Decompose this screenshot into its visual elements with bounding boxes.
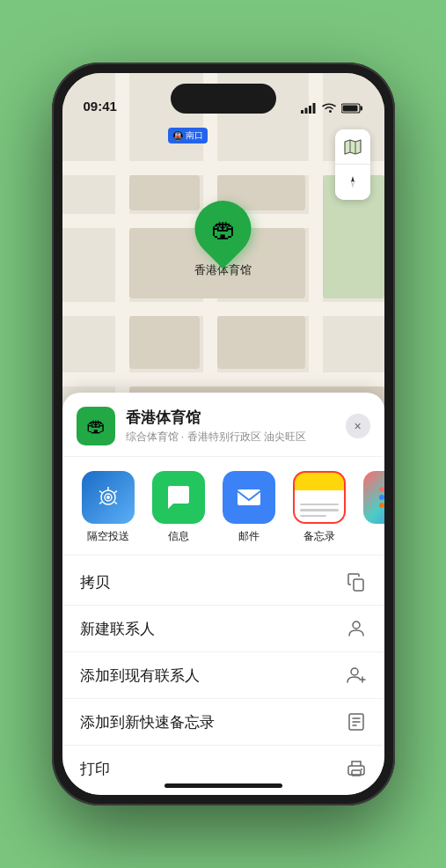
home-indicator bbox=[165, 783, 282, 788]
airdrop-label: 隔空投送 bbox=[87, 529, 129, 544]
venue-subtitle: 综合体育馆 · 香港特别行政区 油尖旺区 bbox=[126, 430, 346, 445]
map-block bbox=[129, 316, 200, 369]
action-list: 拷贝 新建联系人 添加到现有联系人 bbox=[62, 555, 384, 795]
person-add-icon bbox=[346, 665, 367, 686]
dot-orange bbox=[379, 503, 384, 508]
svg-line-10 bbox=[113, 491, 116, 493]
dot-red bbox=[379, 487, 384, 492]
svg-line-11 bbox=[99, 491, 102, 493]
action-copy[interactable]: 拷贝 bbox=[62, 559, 384, 606]
person-icon bbox=[346, 618, 367, 639]
action-add-contact[interactable]: 添加到现有联系人 bbox=[62, 652, 384, 699]
map-controls[interactable] bbox=[335, 129, 370, 200]
bottom-sheet: 🏟 香港体育馆 综合体育馆 · 香港特别行政区 油尖旺区 × bbox=[62, 393, 384, 795]
map-block bbox=[129, 175, 200, 210]
svg-rect-1 bbox=[304, 108, 307, 114]
svg-rect-6 bbox=[342, 106, 357, 112]
location-button[interactable] bbox=[335, 165, 370, 200]
status-time: 09:41 bbox=[84, 99, 117, 114]
phone-screen: 09:41 bbox=[62, 73, 384, 795]
svg-line-12 bbox=[113, 502, 116, 504]
svg-rect-16 bbox=[354, 579, 363, 591]
map-road bbox=[62, 372, 384, 386]
map-road bbox=[62, 302, 384, 316]
message-icon bbox=[152, 471, 205, 524]
status-icons bbox=[301, 103, 363, 114]
more-dots bbox=[376, 483, 384, 511]
svg-point-14 bbox=[106, 496, 110, 499]
action-quick-note[interactable]: 添加到新快速备忘录 bbox=[62, 699, 384, 746]
print-icon bbox=[346, 758, 367, 779]
notes-line-1 bbox=[300, 504, 339, 506]
map-south-icon: 🚇 bbox=[172, 131, 183, 141]
pin-circle: 🏟 bbox=[183, 189, 263, 269]
signal-icon bbox=[301, 103, 317, 114]
action-new-contact[interactable]: 新建联系人 bbox=[62, 606, 384, 652]
map-block bbox=[217, 316, 305, 369]
location-pin: 🏟 香港体育馆 bbox=[194, 201, 252, 278]
share-item-mail[interactable]: 邮件 bbox=[217, 471, 281, 544]
venue-info: 香港体育馆 综合体育馆 · 香港特别行政区 油尖旺区 bbox=[126, 408, 346, 445]
share-item-notes[interactable]: 备忘录 bbox=[288, 471, 351, 544]
airdrop-svg bbox=[94, 483, 122, 511]
note-icon bbox=[346, 711, 367, 732]
battery-icon bbox=[341, 103, 363, 114]
more-dot-row-1 bbox=[379, 487, 384, 492]
more-icon bbox=[363, 471, 384, 524]
notes-icon bbox=[293, 471, 346, 524]
compass-icon bbox=[345, 174, 361, 190]
dot-blue bbox=[379, 495, 384, 500]
message-svg bbox=[164, 482, 194, 512]
venue-header: 🏟 香港体育馆 综合体育馆 · 香港特别行政区 油尖旺区 × bbox=[62, 393, 384, 457]
svg-point-17 bbox=[353, 622, 360, 629]
copy-icon bbox=[346, 571, 367, 592]
wifi-icon bbox=[322, 103, 336, 114]
svg-line-13 bbox=[99, 502, 102, 504]
message-label: 信息 bbox=[168, 529, 189, 544]
close-button[interactable]: × bbox=[346, 414, 370, 438]
share-row: 隔空投送 信息 bbox=[62, 457, 384, 555]
mail-icon bbox=[223, 471, 275, 524]
airdrop-icon bbox=[82, 471, 135, 524]
mail-label: 邮件 bbox=[238, 529, 260, 544]
action-print-label: 打印 bbox=[80, 759, 110, 779]
pin-icon: 🏟 bbox=[211, 215, 236, 244]
notes-lines bbox=[295, 473, 344, 522]
notes-label: 备忘录 bbox=[303, 529, 335, 544]
svg-point-22 bbox=[361, 769, 362, 770]
svg-rect-5 bbox=[360, 107, 362, 111]
action-copy-label: 拷贝 bbox=[80, 572, 110, 592]
map-south-label: 🚇 南口 bbox=[168, 128, 208, 143]
venue-name: 香港体育馆 bbox=[126, 408, 346, 428]
action-quick-note-label: 添加到新快速备忘录 bbox=[80, 712, 215, 732]
svg-rect-15 bbox=[238, 489, 260, 505]
venue-emoji: 🏟 bbox=[86, 415, 106, 438]
notes-line-2 bbox=[300, 509, 339, 511]
phone-frame: 09:41 bbox=[52, 63, 395, 805]
dynamic-island bbox=[171, 84, 276, 114]
map-icon bbox=[344, 138, 362, 156]
svg-point-18 bbox=[351, 668, 358, 675]
svg-rect-2 bbox=[309, 106, 311, 114]
action-add-contact-label: 添加到现有联系人 bbox=[80, 666, 200, 686]
more-dot-row-2 bbox=[379, 495, 384, 500]
share-item-message[interactable]: 信息 bbox=[147, 471, 210, 544]
venue-icon: 🏟 bbox=[77, 407, 115, 445]
map-type-button[interactable] bbox=[335, 129, 370, 165]
svg-rect-3 bbox=[312, 103, 315, 114]
more-dot-row-3 bbox=[379, 503, 384, 508]
share-item-airdrop[interactable]: 隔空投送 bbox=[77, 471, 140, 544]
action-new-contact-label: 新建联系人 bbox=[80, 619, 155, 639]
share-item-more[interactable]: 推 bbox=[358, 471, 384, 544]
notes-line-3 bbox=[300, 515, 327, 518]
mail-svg bbox=[234, 482, 264, 512]
svg-rect-0 bbox=[301, 110, 303, 114]
